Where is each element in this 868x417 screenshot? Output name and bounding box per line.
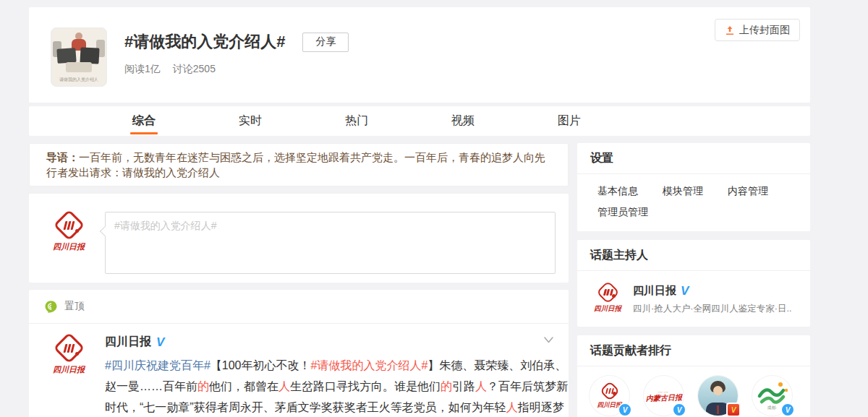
settings-title: 设置 [577, 143, 810, 174]
settings-links: 基本信息 模块管理 内容管理 管理员管理 [577, 174, 810, 231]
cover-shape [66, 62, 92, 72]
sichuan-daily-logo-text: 四川日报 [592, 304, 624, 314]
sichuan-daily-logo-text: 四川日报 [49, 364, 88, 375]
intro-label: 导语： [46, 151, 79, 163]
sichuan-daily-avatar[interactable]: 四川日报 [49, 212, 88, 283]
tab-image[interactable]: 图片 [558, 106, 581, 136]
post-text-segment: 生岔路口寻找方向。谁是他们 [290, 380, 441, 392]
tab-all[interactable]: 综合 [132, 106, 156, 136]
tab-hot[interactable]: 热门 [345, 106, 368, 136]
sichuan-daily-logo-icon [596, 280, 620, 304]
topic-header-card: 请做我的入党介绍人 #请做我的入党介绍人# 分享 阅读1亿 讨论2505 上传封… [29, 7, 810, 103]
settings-card: 设置 基本信息 模块管理 内容管理 管理员管理 [577, 143, 810, 231]
pinned-post-card: 置顶 四川日报 四川日报 V [29, 290, 569, 417]
topic-admin-page: 请做我的入党介绍人 #请做我的入党介绍人# 分享 阅读1亿 讨论2505 上传封… [0, 7, 868, 417]
contributor-avatars: 四川日报 V ﹏﹏ 内蒙古日报 V [577, 366, 810, 417]
settings-link-basic-info[interactable]: 基本信息 [597, 185, 638, 198]
post-text-segment: 人 [278, 380, 290, 392]
chevron-down-icon [543, 335, 554, 344]
chengdu-logo-text: 成都· [767, 405, 778, 411]
composer-card: 四川日报 [29, 194, 569, 283]
contributor-avatar-chengdu[interactable]: 成都· V [752, 376, 792, 416]
hashtag-link[interactable]: #四川庆祝建党百年# [105, 359, 210, 371]
pinned-header: 置顶 [29, 290, 569, 324]
tab-realtime[interactable]: 实时 [239, 106, 262, 136]
post-text-segment: 人 [506, 401, 518, 413]
verified-org-badge-icon: V [780, 403, 795, 417]
hashtag-link[interactable]: #请做我的入党介绍人# [311, 359, 428, 371]
host-avatar[interactable]: 四川日报 [592, 282, 624, 315]
topic-tabbar: 综合 实时 热门 视频 图片 [29, 106, 810, 136]
post-text-segment: 人 [475, 380, 487, 392]
contributor-avatar-sichuan-daily[interactable]: 四川日报 V [590, 376, 629, 416]
discussions-count: 讨论2505 [173, 63, 216, 76]
sichuan-daily-logo-icon [53, 332, 85, 364]
topic-cover-image: 请做我的入党介绍人 [51, 27, 107, 87]
share-button[interactable]: 分享 [302, 33, 349, 52]
contributor-avatar-person[interactable]: V [698, 376, 738, 416]
settings-link-admin-mgmt[interactable]: 管理员管理 [597, 206, 648, 219]
chengdu-green-swirl-icon [757, 380, 788, 406]
intro-card: 导语：一百年前，无数青年在迷茫与困惑之后，选择坚定地跟着共产党走。一百年后，青春… [29, 143, 569, 186]
header-main: #请做我的入党介绍人# 分享 阅读1亿 讨论2505 [124, 27, 349, 103]
post-menu-button[interactable] [540, 332, 557, 347]
contributors-title: 话题贡献者排行 [577, 335, 810, 366]
post-author-avatar[interactable]: 四川日报 [49, 335, 88, 375]
post-text-segment: 【100年初心不改！ [210, 359, 311, 371]
settings-link-content-mgmt[interactable]: 内容管理 [728, 185, 768, 198]
post-text-segment: 的 [197, 380, 209, 392]
cover-caption: 请做我的入党介绍人 [51, 77, 106, 83]
cover-board [56, 48, 76, 64]
post: 四川日报 四川日报 V #四川庆祝建党百年#【100年初心不改！#请做我的入党介… [29, 324, 569, 417]
topic-host-row: 四川日报 四川日报 V 四川·抢人大户·全网四川人鉴定专家·日.. [577, 271, 810, 327]
main-column: 导语：一百年前，无数青年在迷茫与困惑之后，选择坚定地跟着共产党走。一百年后，青春… [29, 143, 569, 417]
host-description: 四川·抢人大户·全网四川人鉴定专家·日.. [633, 303, 805, 315]
sidebar: 设置 基本信息 模块管理 内容管理 管理员管理 话题主持人 四川日报 [577, 143, 810, 417]
topic-host-card: 话题主持人 四川日报 四川日报 V 四川·抢人大户·全网四川人鉴定专家·日.. [577, 240, 810, 327]
post-text: #四川庆祝建党百年#【100年初心不改！#请做我的入党介绍人#】朱德、聂荣臻、刘… [105, 355, 575, 417]
pin-icon [44, 300, 58, 314]
topic-title: #请做我的入党介绍人# [124, 32, 285, 52]
upload-icon [725, 25, 735, 35]
host-name[interactable]: 四川日报 [633, 284, 676, 298]
sichuan-daily-logo-icon [53, 210, 85, 241]
post-text-segment: 的 [441, 380, 452, 392]
pinned-label: 置顶 [64, 300, 85, 313]
verified-gold-badge-icon: V [726, 403, 741, 417]
contributor-avatar-neimenggu-daily[interactable]: ﹏﹏ 内蒙古日报 V [644, 376, 684, 416]
intro-text: 一百年前，无数青年在迷茫与困惑之后，选择坚定地跟着共产党走。一百年后，青春的追梦… [46, 151, 545, 179]
verified-blue-v-icon: V [681, 285, 689, 297]
verified-org-badge-icon: V [618, 403, 632, 417]
contributors-card: 话题贡献者排行 四川日报 V ﹏﹏ [577, 335, 810, 417]
settings-link-module-mgmt[interactable]: 模块管理 [663, 185, 703, 198]
compose-input[interactable] [105, 212, 556, 274]
verified-org-badge-icon: V [672, 403, 686, 417]
verified-blue-v-icon: V [156, 336, 164, 348]
sichuan-daily-logo-text: 四川日报 [49, 241, 88, 252]
reads-count: 阅读1亿 [124, 63, 161, 76]
upload-cover-button[interactable]: 上传封面图 [715, 19, 800, 41]
tab-video[interactable]: 视频 [451, 106, 475, 136]
upload-button-label: 上传封面图 [739, 24, 790, 37]
post-text-segment: 引路 [452, 380, 475, 392]
post-author-name[interactable]: 四川日报 [105, 335, 151, 350]
topic-host-title: 话题主持人 [577, 240, 810, 271]
post-text-segment: 他们，都曾在 [209, 380, 278, 392]
